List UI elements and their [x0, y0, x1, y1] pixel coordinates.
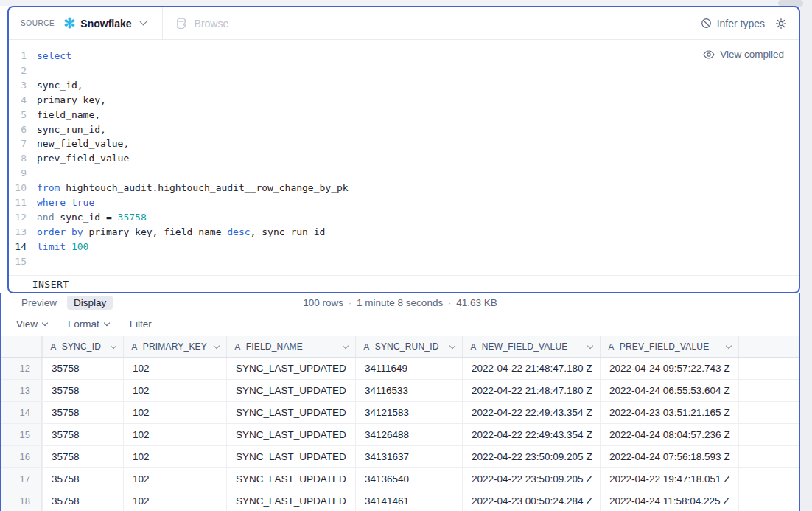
- table-cell[interactable]: 2022-04-24 06:55:53.604 Z: [600, 380, 738, 401]
- code-line[interactable]: 8prev_field_value: [9, 151, 799, 166]
- table-cell[interactable]: 34131637: [355, 446, 462, 467]
- column-header-primary_key[interactable]: APRIMARY_KEY: [123, 336, 226, 357]
- view-menu-button[interactable]: View: [16, 319, 47, 330]
- table-cell[interactable]: 34121583: [355, 402, 462, 423]
- table-cell[interactable]: 34126488: [355, 424, 462, 445]
- table-cell[interactable]: 2022-04-23 03:51:21.165 Z: [600, 402, 738, 423]
- token-kw: desc: [227, 226, 250, 237]
- view-compiled-button[interactable]: View compiled: [703, 49, 784, 60]
- code-line[interactable]: 6sync_run_id,: [9, 122, 799, 137]
- table-cell[interactable]: SYNC_LAST_UPDATED: [226, 446, 355, 467]
- chevron-down-icon[interactable]: [343, 343, 349, 349]
- table-cell[interactable]: SYNC_LAST_UPDATED: [226, 424, 355, 445]
- code-lines: 1select23sync_id,4primary_key,5field_nam…: [9, 49, 799, 269]
- chevron-down-icon[interactable]: [587, 343, 593, 349]
- table-cell[interactable]: 102: [123, 468, 226, 490]
- line-number: 1: [9, 49, 27, 63]
- stat-value: 1 minute 8 seconds: [357, 297, 443, 308]
- table-cell[interactable]: 35758: [42, 380, 123, 401]
- results-panel: PreviewDisplay 100 rows·1 minute 8 secon…: [0, 293, 800, 511]
- table-cell[interactable]: 35758: [42, 402, 123, 423]
- table-cell[interactable]: 35758: [42, 358, 123, 379]
- tab-display[interactable]: Display: [67, 296, 113, 310]
- code-line[interactable]: 14limit 100: [9, 240, 799, 254]
- code-line[interactable]: 10from hightouch_audit.hightouch_audit__…: [9, 181, 799, 195]
- table-row[interactable]: 1835758102SYNC_LAST_UPDATED341414612022-…: [1, 490, 799, 511]
- table-cell[interactable]: 102: [123, 490, 226, 511]
- chevron-down-icon[interactable]: [449, 343, 455, 349]
- column-header-prev_field_value[interactable]: APREV_FIELD_VALUE: [600, 336, 738, 357]
- table-cell[interactable]: 34136540: [355, 468, 462, 490]
- code-line[interactable]: 4primary_key,: [9, 93, 799, 108]
- table-cell[interactable]: 2022-04-24 08:04:57.236 Z: [600, 424, 738, 445]
- filter-menu-button[interactable]: Filter: [130, 319, 152, 330]
- table-cell[interactable]: 102: [123, 380, 226, 401]
- settings-button[interactable]: [775, 18, 787, 29]
- table-cell[interactable]: 2022-04-24 07:56:18.593 Z: [600, 446, 738, 467]
- chevron-down-icon[interactable]: [214, 343, 220, 349]
- table-cell[interactable]: 102: [123, 358, 226, 379]
- table-cell[interactable]: 34116533: [355, 380, 462, 401]
- row-filler: [738, 446, 799, 467]
- code-line[interactable]: 1select: [9, 49, 799, 63]
- chevron-down-icon[interactable]: [139, 18, 147, 26]
- chevron-down-icon[interactable]: [111, 343, 116, 349]
- column-header-sync_id[interactable]: ASYNC_ID: [42, 336, 123, 357]
- table-cell[interactable]: 2022-04-22 22:49:43.354 Z: [462, 402, 600, 423]
- table-cell[interactable]: 35758: [42, 490, 123, 511]
- table-cell[interactable]: 2022-04-23 00:50:24.284 Z: [462, 490, 600, 511]
- table-row[interactable]: 1335758102SYNC_LAST_UPDATED341165332022-…: [1, 380, 799, 402]
- code-line[interactable]: 7new_field_value,: [9, 136, 799, 151]
- table-row[interactable]: 1635758102SYNC_LAST_UPDATED341316372022-…: [1, 446, 799, 468]
- infer-types-label: Infer types: [717, 18, 765, 29]
- column-header-new_field_value[interactable]: ANEW_FIELD_VALUE: [462, 336, 600, 357]
- line-number: 11: [9, 195, 27, 210]
- format-menu-button[interactable]: Format: [68, 319, 109, 330]
- table-cell[interactable]: 102: [123, 402, 226, 423]
- table-cell[interactable]: 35758: [42, 446, 123, 467]
- table-cell[interactable]: 35758: [42, 468, 123, 490]
- table-cell[interactable]: 2022-04-22 21:48:47.180 Z: [462, 380, 600, 401]
- table-cell[interactable]: 34111649: [355, 358, 462, 379]
- chevron-down-icon[interactable]: [726, 343, 732, 349]
- table-cell[interactable]: 2022-04-24 11:58:04.225 Z: [600, 490, 738, 511]
- table-cell[interactable]: SYNC_LAST_UPDATED: [226, 402, 355, 423]
- line-number: 13: [9, 225, 27, 240]
- table-cell[interactable]: 2022-04-24 09:57:22.743 Z: [600, 358, 738, 379]
- infer-types-button[interactable]: Infer types: [701, 18, 765, 29]
- code-line[interactable]: 9: [9, 166, 799, 181]
- source-name[interactable]: Snowflake: [80, 18, 131, 29]
- string-type-icon: A: [608, 341, 615, 352]
- table-cell[interactable]: SYNC_LAST_UPDATED: [226, 468, 355, 490]
- line-number: 3: [9, 78, 27, 93]
- table-cell[interactable]: 102: [123, 446, 226, 467]
- table-row[interactable]: 1435758102SYNC_LAST_UPDATED341215832022-…: [1, 402, 799, 424]
- table-cell[interactable]: 2022-04-22 23:50:09.205 Z: [462, 446, 600, 467]
- browse-button[interactable]: Browse: [176, 18, 229, 29]
- table-cell[interactable]: SYNC_LAST_UPDATED: [226, 358, 355, 379]
- code-line[interactable]: 5field_name,: [9, 108, 799, 122]
- code-text: field_name,: [37, 108, 100, 122]
- code-line[interactable]: 12and sync_id = 35758: [9, 210, 799, 225]
- table-cell[interactable]: 102: [123, 424, 226, 445]
- table-cell[interactable]: 2022-04-22 21:48:47.180 Z: [462, 358, 600, 379]
- table-cell[interactable]: SYNC_LAST_UPDATED: [226, 490, 355, 511]
- column-header-field_name[interactable]: AFIELD_NAME: [226, 336, 355, 357]
- table-cell[interactable]: 35758: [42, 424, 123, 445]
- sql-editor[interactable]: View compiled 1select23sync_id,4primary_…: [9, 40, 799, 275]
- code-line[interactable]: 11where true: [9, 195, 799, 210]
- tab-preview[interactable]: Preview: [15, 296, 63, 310]
- table-row[interactable]: 1735758102SYNC_LAST_UPDATED341365402022-…: [1, 468, 799, 490]
- code-line[interactable]: 3sync_id,: [9, 78, 799, 93]
- table-row[interactable]: 1235758102SYNC_LAST_UPDATED341116492022-…: [1, 358, 799, 380]
- table-cell[interactable]: SYNC_LAST_UPDATED: [226, 380, 355, 401]
- code-line[interactable]: 13order by primary_key, field_name desc,…: [9, 225, 799, 240]
- code-line[interactable]: 15: [9, 254, 799, 269]
- column-header-sync_run_id[interactable]: ASYNC_RUN_ID: [355, 336, 462, 357]
- table-row[interactable]: 1535758102SYNC_LAST_UPDATED341264882022-…: [1, 424, 799, 446]
- table-cell[interactable]: 34141461: [355, 490, 462, 511]
- table-cell[interactable]: 2022-04-22 23:50:09.205 Z: [462, 468, 600, 490]
- table-cell[interactable]: 2022-04-22 19:47:18.051 Z: [600, 468, 738, 490]
- table-cell[interactable]: 2022-04-22 22:49:43.354 Z: [462, 424, 600, 445]
- code-line[interactable]: 2: [9, 63, 799, 78]
